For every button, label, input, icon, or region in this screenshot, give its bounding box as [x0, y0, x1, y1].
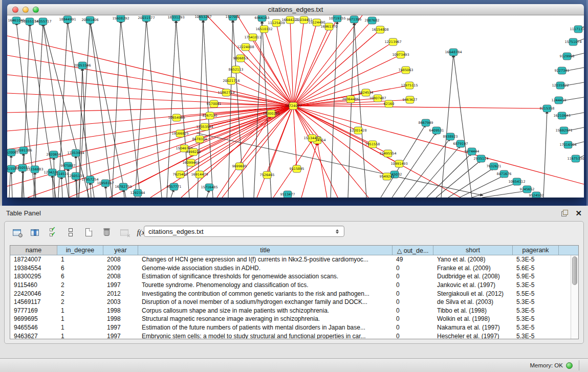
table-cell[interactable]: Estimation of significance thresholds fo…	[138, 273, 393, 280]
table-cell[interactable]: 5.9E-5	[513, 273, 559, 280]
graph-node[interactable]: 6409531	[429, 127, 444, 134]
table-cell[interactable]: 2	[57, 290, 103, 297]
table-cell[interactable]: 2	[57, 281, 103, 289]
table-row[interactable]: 1830029562008Estimation of significance …	[10, 272, 578, 281]
column-header-name[interactable]: name	[10, 246, 57, 255]
table-cell[interactable]: de Silva et al. (2003)	[433, 298, 513, 305]
graph-node[interactable]: 15751074	[564, 38, 581, 46]
table-row[interactable]: 946554611997Estimation of the future num…	[10, 323, 578, 332]
table-cell[interactable]: 2008	[103, 256, 138, 263]
graph-node[interactable]: 9515895	[290, 165, 304, 172]
table-row[interactable]: 1938455462009Genome-wide association stu…	[10, 264, 578, 273]
table-cell[interactable]: Hescheler et al. (1997)	[433, 333, 513, 339]
table-cell[interactable]: 1	[57, 307, 103, 314]
scrollbar-thumb[interactable]	[572, 256, 577, 285]
graph-node[interactable]: 6879197	[453, 140, 468, 147]
table-cell[interactable]: 1998	[103, 315, 138, 322]
table-row[interactable]: 911546021997Tourette syndrome. Phenomeno…	[10, 281, 578, 290]
graph-node[interactable]: 16914479	[191, 171, 208, 178]
column-header-title[interactable]: title	[138, 246, 393, 255]
table-cell[interactable]: 6	[57, 273, 103, 280]
table-cell[interactable]: 6	[57, 265, 103, 272]
graph-node[interactable]: 16210643	[553, 112, 570, 119]
table-row[interactable]: 2242004622012Investigating the contribut…	[10, 289, 578, 298]
table-cell[interactable]: 19384554	[10, 265, 57, 272]
table-cell[interactable]: 5.6E-5	[513, 265, 559, 272]
graph-node[interactable]: 17016504	[559, 141, 576, 148]
table-cell[interactable]: 9463627	[10, 333, 57, 339]
graph-node[interactable]: 10807487	[369, 95, 386, 102]
table-cell[interactable]: 1	[57, 315, 103, 322]
table-cell[interactable]: 0	[393, 324, 433, 331]
graph-node[interactable]: 18844991	[59, 16, 76, 23]
table-row[interactable]: 1872400712008Changes of HCN gene express…	[10, 255, 578, 264]
graph-node[interactable]: 18331293	[167, 15, 184, 21]
table-cell[interactable]: Estimation of the future numbers of pati…	[138, 324, 393, 331]
table-cell[interactable]: 2003	[103, 298, 138, 305]
graph-node[interactable]: 12035822	[552, 82, 569, 89]
show-columns-button[interactable]	[29, 226, 41, 238]
table-cell[interactable]: 1	[57, 333, 103, 339]
graph-node[interactable]: 9975887	[61, 162, 76, 169]
table-cell[interactable]: 0	[393, 307, 433, 314]
minimize-window-button[interactable]	[23, 7, 29, 13]
graph-node[interactable]: 2935114	[474, 155, 489, 162]
table-cell[interactable]: Investigating the contribution of common…	[138, 290, 393, 297]
table-cell[interactable]: 5.5E-5	[513, 290, 559, 297]
delete-column-button[interactable]	[100, 226, 113, 238]
graph-node[interactable]: 9857771	[167, 183, 182, 190]
graph-node[interactable]: 15495554	[379, 150, 396, 157]
table-cell[interactable]: 5.3E-5	[513, 315, 559, 322]
table-cell[interactable]: 1997	[103, 333, 138, 339]
table-row[interactable]: 969969511998Structural magnetic resonanc…	[10, 315, 578, 323]
table-cell[interactable]: 1997	[103, 324, 138, 331]
table-cell[interactable]: 5.3E-5	[513, 333, 559, 339]
table-cell[interactable]: Structural magnetic resonance image aver…	[138, 315, 393, 322]
table-cell[interactable]: 0	[393, 281, 433, 289]
float-window-icon[interactable]	[561, 210, 568, 216]
table-cell[interactable]: Nakamura et al. (1997)	[433, 324, 513, 331]
table-cell[interactable]: 2	[57, 298, 103, 305]
table-cell[interactable]: 49	[393, 256, 433, 263]
table-cell[interactable]: Stergiakouli et al. (2012)	[433, 290, 513, 297]
table-cell[interactable]: 1	[57, 256, 103, 263]
graph-node[interactable]: 8471676	[497, 170, 512, 178]
graph-node[interactable]: 7632621	[487, 163, 502, 170]
table-cell[interactable]: 9115460	[10, 281, 57, 289]
column-header-in_degree[interactable]: in_degree	[57, 246, 103, 255]
table-cell[interactable]: 0	[393, 273, 433, 280]
graph-node[interactable]: 12975115	[401, 82, 418, 89]
graph-node[interactable]: 62160	[384, 100, 395, 107]
graph-node[interactable]: 8267130	[203, 112, 217, 119]
graph-node[interactable]: 10973493	[392, 51, 409, 58]
table-cell[interactable]: Disruption of a novel member of a sodium…	[138, 298, 393, 305]
graph-node[interactable]: 10653287	[194, 15, 211, 20]
graph-node[interactable]: 9524502	[529, 192, 544, 198]
table-cell[interactable]: 14569117	[10, 298, 57, 305]
table-cell[interactable]: 18724007	[10, 256, 57, 263]
table-cell[interactable]: 0	[393, 265, 433, 272]
graph-node[interactable]: 8215358	[540, 105, 555, 112]
table-options-button[interactable]	[11, 226, 23, 238]
graph-node[interactable]: 1292344	[130, 189, 145, 196]
graph-node[interactable]: 1527002	[226, 15, 241, 20]
graph-node[interactable]: 1244419	[552, 97, 567, 104]
graph-node[interactable]: 15692971	[555, 127, 572, 134]
graph-node[interactable]: 9474444	[465, 148, 480, 155]
graph-node[interactable]: 10958167	[97, 180, 114, 187]
table-cell[interactable]: 2008	[103, 273, 138, 280]
zoom-window-button[interactable]	[33, 7, 39, 13]
graph-node[interactable]: 20891406	[81, 16, 98, 24]
table-cell[interactable]: 9699695	[10, 315, 57, 322]
graph-node[interactable]: 9129966	[560, 53, 575, 60]
table-cell[interactable]: Wolkin et al. (1998)	[433, 315, 513, 322]
graph-node[interactable]: 9513477	[280, 191, 295, 198]
graph-node[interactable]: 7625402	[173, 171, 188, 178]
graph-node[interactable]: 8667949	[419, 119, 433, 126]
table-row[interactable]: 977716911998Corpus callosum shape and si…	[10, 307, 578, 315]
graph-node[interactable]: 10719155	[329, 15, 345, 22]
table-cell[interactable]: 1998	[103, 307, 138, 314]
table-cell[interactable]: 5.3E-5	[513, 307, 559, 314]
table-cell[interactable]: 5.3E-5	[513, 298, 559, 305]
column-header-out_de[interactable]: △ out_de...	[393, 246, 433, 255]
